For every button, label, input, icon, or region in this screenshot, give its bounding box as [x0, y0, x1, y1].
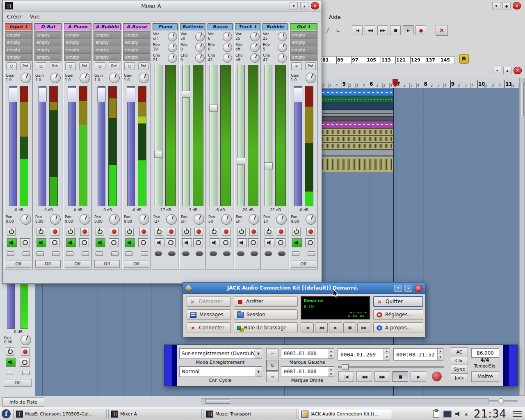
- transport-toolbar-button[interactable]: ◀◀: [365, 25, 375, 35]
- ac-toggle-button[interactable]: AC: [451, 347, 468, 356]
- automation-read-icon[interactable]: [6, 371, 13, 375]
- start-button[interactable]: ▶Démarrer: [187, 296, 231, 307]
- rack-slot[interactable]: empty: [5, 32, 32, 39]
- param-knob[interactable]: [250, 32, 260, 41]
- minimize-icon[interactable]: ▾: [394, 285, 402, 292]
- gain-knob[interactable]: [80, 73, 90, 83]
- maximize-icon[interactable]: ▴: [300, 2, 308, 9]
- record-arm-button[interactable]: [306, 228, 315, 236]
- automation-write-icon[interactable]: [22, 371, 30, 375]
- clipboard-tray-icon[interactable]: [433, 410, 439, 418]
- power-button[interactable]: [7, 228, 16, 236]
- jack-forward-button[interactable]: ▶▶: [357, 322, 370, 333]
- strip-name[interactable]: Track 1: [235, 23, 260, 30]
- solo-button[interactable]: [20, 358, 30, 367]
- transport-toolbar-button[interactable]: ●: [415, 25, 426, 35]
- pan-knob[interactable]: [139, 214, 149, 225]
- pointer-tool-icon[interactable]: ∟: [334, 26, 342, 34]
- automation-write-icon[interactable]: [278, 251, 285, 256]
- param-knob[interactable]: [278, 53, 287, 63]
- settings-button[interactable]: Réglages...: [373, 309, 423, 320]
- zoom-slider[interactable]: [489, 398, 518, 404]
- stereo-toggle-button[interactable]: ○: [95, 62, 105, 70]
- pan-knob[interactable]: [221, 214, 232, 225]
- pan-knob[interactable]: [249, 214, 259, 225]
- slider-handle[interactable]: [342, 364, 349, 370]
- rack-slot[interactable]: empty: [290, 39, 317, 46]
- jack-pause-button[interactable]: ▮▮: [343, 322, 356, 333]
- param-knob[interactable]: [278, 32, 287, 41]
- automation-mode-button[interactable]: Off: [94, 260, 120, 268]
- song-position-slider[interactable]: [338, 364, 444, 370]
- pan-knob[interactable]: [80, 214, 90, 225]
- pan-knob[interactable]: [21, 335, 31, 345]
- param-knob[interactable]: [195, 53, 205, 63]
- record-mode-select[interactable]: Sur-enregistrement (Overdub) ▼: [179, 348, 262, 359]
- transport-toolbar-button[interactable]: ▶▶: [377, 25, 388, 35]
- record-arm-button[interactable]: [249, 228, 258, 236]
- rack-slot[interactable]: empty: [35, 32, 61, 39]
- solo-button[interactable]: [50, 238, 59, 247]
- solo-button[interactable]: [109, 238, 119, 247]
- menu-vue[interactable]: Vue: [25, 13, 43, 21]
- power-button[interactable]: [66, 228, 75, 236]
- rack-slot[interactable]: empty: [35, 39, 61, 46]
- mute-button[interactable]: [37, 238, 46, 247]
- record-arm-button[interactable]: [139, 228, 148, 236]
- automation-read-icon[interactable]: [96, 251, 103, 256]
- transport-toolbar-button[interactable]: ■: [390, 25, 401, 35]
- arranger-part[interactable]: [321, 128, 394, 135]
- pan-knob[interactable]: [166, 214, 177, 225]
- jack-skip-back-button[interactable]: |◀: [301, 322, 314, 333]
- stereo-toggle-button[interactable]: ∞: [291, 62, 302, 70]
- param-knob[interactable]: [168, 43, 177, 52]
- taskbar-window-button[interactable]: Muse: Transport: [203, 409, 297, 419]
- record-arm-button[interactable]: [110, 228, 119, 236]
- automation-mode-button[interactable]: Off: [6, 260, 31, 268]
- maximize-icon[interactable]: ◆: [502, 2, 511, 9]
- pre-fader-button[interactable]: Pré: [138, 62, 149, 70]
- record-arm-button[interactable]: [222, 228, 231, 236]
- strip-name[interactable]: Batterie: [180, 23, 205, 30]
- arranger-part[interactable]: [321, 142, 394, 149]
- volume-fader[interactable]: [39, 86, 46, 206]
- mute-button[interactable]: [265, 238, 274, 247]
- pencil-tool-icon[interactable]: ╱: [324, 26, 332, 34]
- power-button[interactable]: [237, 228, 246, 236]
- rack-slot[interactable]: empty: [123, 39, 150, 46]
- arranger-part[interactable]: [321, 89, 394, 96]
- rack-slot[interactable]: empty: [64, 46, 91, 54]
- menu-creer[interactable]: Créer: [3, 13, 25, 21]
- volume-fader[interactable]: [210, 65, 217, 206]
- rack-slot[interactable]: empty: [35, 54, 61, 61]
- arranger-subwindow-titlebar[interactable]: ▾ ▴ ×: [321, 65, 525, 76]
- mute-button[interactable]: [125, 238, 135, 247]
- param-knob[interactable]: [195, 43, 205, 52]
- marker-icon[interactable]: [459, 54, 469, 64]
- rack-slot[interactable]: empty: [290, 46, 317, 54]
- pre-fader-button[interactable]: Pré: [109, 62, 119, 70]
- arranger-part[interactable]: [321, 96, 394, 103]
- solo-button[interactable]: [221, 238, 231, 247]
- param-knob[interactable]: [250, 53, 260, 63]
- show-hidden-icons[interactable]: ▲: [465, 412, 468, 416]
- param-knob[interactable]: [223, 32, 232, 41]
- rack-slot[interactable]: empty: [5, 39, 32, 46]
- transport-stop-button[interactable]: ■: [393, 371, 408, 382]
- transport-record-button[interactable]: [432, 372, 442, 381]
- mute-button[interactable]: [96, 238, 105, 247]
- record-arm-button[interactable]: [80, 228, 89, 236]
- taskbar-window-button[interactable]: JACK Audio Connection Kit [(...: [299, 409, 392, 419]
- taskbar-window-button[interactable]: MusE: Chanson: 170505-Cal...: [13, 409, 107, 419]
- stop-button[interactable]: ■Arrêter: [234, 296, 298, 307]
- master-button[interactable]: Maître: [471, 371, 499, 382]
- power-button[interactable]: [96, 228, 104, 236]
- volume-fader[interactable]: [182, 65, 190, 206]
- solo-button[interactable]: [305, 238, 315, 247]
- automation-read-icon[interactable]: [155, 251, 162, 256]
- rack-slot[interactable]: empty: [94, 46, 120, 54]
- close-icon[interactable]: ×: [514, 67, 522, 74]
- automation-read-icon[interactable]: [237, 251, 244, 256]
- record-arm-button[interactable]: [167, 228, 176, 236]
- automation-read-icon[interactable]: [292, 251, 299, 256]
